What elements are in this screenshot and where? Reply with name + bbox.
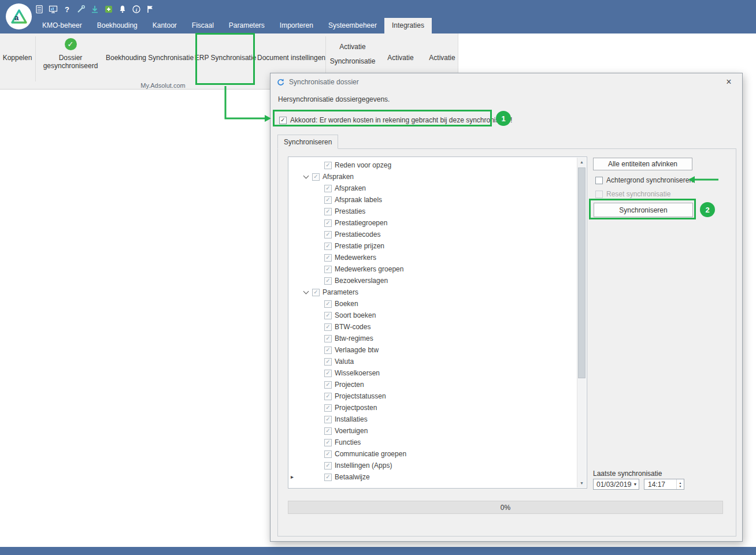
menu-tab-fiscaal[interactable]: Fiscaal [184, 18, 221, 33]
tree-item-checkbox[interactable]: ✓ [324, 416, 332, 423]
tree-item[interactable]: ✓Projecten [289, 379, 577, 390]
tree-item-checkbox[interactable]: ✓ [324, 370, 332, 377]
tree-item-checkbox[interactable]: ✓ [324, 335, 332, 342]
tree-item[interactable]: ✓Reden voor opzeg [289, 159, 577, 171]
tree-item[interactable]: ✓Functies [289, 437, 577, 448]
tree-item[interactable]: ✓Projectposten [289, 402, 577, 414]
vertical-scrollbar[interactable]: ▲ ▼ [577, 158, 586, 487]
tree-item-checkbox[interactable]: ✓ [324, 243, 332, 250]
menu-tab-parameters[interactable]: Parameters [221, 18, 272, 33]
bell-icon[interactable] [118, 5, 127, 14]
agree-checkbox[interactable]: ✓ [279, 117, 287, 124]
tree-item[interactable]: ▸✓Betaalwijze [289, 471, 577, 483]
tree-item-checkbox[interactable]: ✓ [324, 323, 332, 331]
tree-item[interactable]: ✓Afspraken [289, 182, 577, 194]
current-row-marker: ▸ [291, 474, 294, 480]
tree-item[interactable]: ✓Voertuigen [289, 425, 577, 437]
tree-item[interactable]: ✓Bezoekverslagen [289, 275, 577, 286]
tree-item-checkbox[interactable]: ✓ [312, 173, 320, 181]
tab-synchroniseren[interactable]: Synchroniseren [277, 135, 338, 149]
wrench-icon[interactable] [76, 5, 86, 14]
tree-item[interactable]: ✓Medewerkers groepen [289, 263, 577, 275]
menu-tab-boekhouding[interactable]: Boekhouding [90, 18, 145, 33]
download-icon[interactable] [90, 5, 99, 14]
tree-item-checkbox[interactable]: ✓ [324, 277, 332, 285]
tree-item-checkbox[interactable]: ✓ [324, 162, 332, 169]
synchronisatie-dossier-dialog: Synchronisatie dossier × Hersynchronisat… [270, 73, 743, 542]
tree-item[interactable]: ✓Prestaties [289, 206, 577, 217]
scrollbar-thumb[interactable] [578, 167, 585, 378]
menu-tab-kmo-beheer[interactable]: KMO-beheer [35, 18, 90, 33]
tree-item-label: Communicatie groepen [335, 450, 406, 458]
tree-item-checkbox[interactable]: ✓ [324, 208, 332, 215]
tree-item[interactable]: ✓Valuta [289, 356, 577, 367]
app-logo[interactable]: a [6, 3, 32, 29]
menu-tab-importeren[interactable]: Importeren [272, 18, 321, 33]
tree-item-checkbox[interactable]: ✓ [324, 358, 332, 366]
tree-item-checkbox[interactable]: ✓ [324, 300, 332, 308]
tree-item[interactable]: ✓Afspraak labels [289, 194, 577, 206]
tree-item[interactable]: ✓Prestatiecodes [289, 229, 577, 240]
tree-item-checkbox[interactable]: ✓ [324, 427, 332, 435]
agree-checkbox-row: ✓ Akkoord: Er worden kosten in rekening … [277, 113, 512, 127]
calculator-icon[interactable] [35, 5, 44, 14]
tree-item-checkbox[interactable]: ✓ [324, 450, 332, 458]
tree-item[interactable]: ✓Prestatiegroepen [289, 217, 577, 229]
close-icon[interactable]: × [721, 76, 736, 88]
boekhouding-synchronisatie-button[interactable]: Boekhouding Synchronisatie [106, 33, 193, 82]
tree-item-label: Medewerkers [335, 254, 376, 262]
tree-item[interactable]: ✓Parameters [289, 286, 577, 298]
tree-item[interactable]: ✓Prestatie prijzen [289, 240, 577, 252]
erp-synchronisatie-button[interactable]: ERP Synchronisatie [197, 33, 254, 82]
tree-item-checkbox[interactable]: ✓ [324, 196, 332, 204]
tree-item-checkbox[interactable]: ✓ [324, 266, 332, 273]
scroll-down-icon[interactable]: ▼ [577, 479, 586, 487]
tree-item-label: Functies [335, 438, 361, 446]
monitor-icon[interactable] [49, 5, 58, 14]
scroll-up-icon[interactable]: ▲ [577, 158, 586, 166]
chevron-down-icon[interactable] [303, 173, 309, 178]
document-instellingen-label: Document instellingen [257, 54, 325, 62]
tree-item-checkbox[interactable]: ✓ [324, 474, 332, 481]
tree-item[interactable]: ✓Communicatie groepen [289, 448, 577, 460]
tree-item-checkbox[interactable]: ✓ [324, 254, 332, 262]
tree-item[interactable]: ✓Soort boeken [289, 310, 577, 321]
activatie-instellingen-line1: Activatie [339, 40, 365, 54]
tree-item-label: Btw-regimes [335, 334, 373, 342]
menu-tab-kantoor[interactable]: Kantoor [145, 18, 184, 33]
tree-item-checkbox[interactable]: ✓ [324, 219, 332, 227]
tree-item-checkbox[interactable]: ✓ [324, 347, 332, 354]
tree-item-checkbox[interactable]: ✓ [324, 381, 332, 389]
tree-item-checkbox[interactable]: ✓ [312, 289, 320, 296]
tree-item-checkbox[interactable]: ✓ [324, 462, 332, 470]
tree-item-checkbox[interactable]: ✓ [324, 404, 332, 412]
help-icon[interactable]: ? [62, 5, 72, 14]
ribbon-separator [35, 36, 36, 81]
flag-icon[interactable] [146, 5, 155, 14]
tree-item[interactable]: ✓Btw-regimes [289, 333, 577, 344]
dialog-title-bar[interactable]: Synchronisatie dossier × [270, 73, 742, 91]
dossier-gesynchroniseerd-button[interactable]: ✓ Dossier gesynchroniseerd [37, 38, 104, 82]
tree-item[interactable]: ✓BTW-codes [289, 321, 577, 333]
tree-item-checkbox[interactable]: ✓ [324, 393, 332, 400]
koppelen-button[interactable]: Koppelen [0, 33, 35, 82]
tree-item-checkbox[interactable]: ✓ [324, 439, 332, 446]
tree-item[interactable]: ✓Medewerkers [289, 252, 577, 263]
tree-item[interactable]: ✓Verlaagde btw [289, 344, 577, 356]
tree-item[interactable]: ✓Afspraken [289, 171, 577, 182]
tree-item-checkbox[interactable]: ✓ [324, 185, 332, 192]
sync-icon [276, 78, 285, 87]
chevron-down-icon[interactable] [303, 288, 309, 294]
info-icon[interactable]: i [132, 5, 141, 14]
menu-tab-systeembeheer[interactable]: Systeembeheer [321, 18, 384, 33]
tree-item[interactable]: ✓Wisselkoersen [289, 367, 577, 379]
add-icon[interactable] [104, 5, 113, 14]
tree-item[interactable]: ✓Installaties [289, 414, 577, 425]
tree-item[interactable]: ✓Projectstatussen [289, 390, 577, 402]
tree-item-checkbox[interactable]: ✓ [324, 312, 332, 319]
synchroniseren-button[interactable]: Synchroniseren [594, 203, 693, 217]
menu-tab-integraties[interactable]: Integraties [384, 18, 432, 33]
tree-item[interactable]: ✓Boeken [289, 298, 577, 310]
tree-item[interactable]: ✓Instellingen (Apps) [289, 460, 577, 471]
tree-item-checkbox[interactable]: ✓ [324, 231, 332, 239]
